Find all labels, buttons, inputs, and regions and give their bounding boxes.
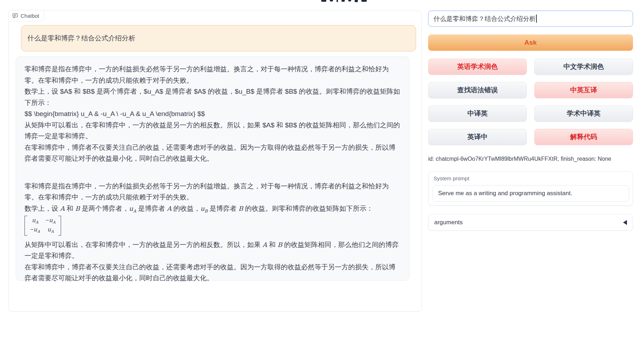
clipped-glyph <box>342 0 345 2</box>
text-run: 是博弈者 <box>136 205 167 212</box>
clipped-glyph <box>348 0 351 1</box>
chatbot-label: Chatbot <box>9 10 44 21</box>
math-var-subscript: uB <box>200 205 207 212</box>
button-find-grammar-errors[interactable]: 查找语法错误 <box>428 82 527 98</box>
text-run: 和 <box>267 241 278 248</box>
text-cursor <box>536 15 537 23</box>
math-var: A <box>60 205 65 212</box>
matrix-cell: uA <box>47 226 54 234</box>
matrix-grid: uA −uA −uA uA <box>27 216 58 236</box>
math-var: A <box>167 205 171 212</box>
bot-paragraph-raw-3: 从矩阵中可以看出，在零和博弈中，一方的收益是另一方的相反数。所以，如果 $A$ … <box>24 120 400 142</box>
clipped-glyph <box>321 0 326 2</box>
math-var-subscript: uA <box>129 205 136 212</box>
collapse-left-triangle-icon <box>623 220 627 225</box>
bot-message-bubble: 零和博弈是指在博弈中，一方的利益损失必然等于另一方的利益增益。换言之，对于每一种… <box>16 56 409 281</box>
bot-paragraph-rendered-1: 零和博弈是指在博弈中，一方的利益损失必然等于另一方的利益增益。换言之，对于每一种… <box>24 181 400 203</box>
arguments-accordion-label: arguments <box>434 219 463 226</box>
speech-bubble-icon <box>12 13 18 18</box>
matrix-left-bracket <box>24 216 27 236</box>
button-chinese-academic-polish[interactable]: 中文学术润色 <box>534 59 633 75</box>
user-message-bubble: 什么是零和博弈？结合公式介绍分析 <box>21 25 416 51</box>
system-prompt-label: System prompt <box>433 175 469 181</box>
bot-paragraph-rendered-4: 在零和博弈中，博弈者不仅要关注自己的收益，还需要考虑对手的收益。因为一方取得的收… <box>24 262 400 284</box>
text-run: 和 <box>65 205 75 212</box>
math-var: A <box>262 241 267 248</box>
matrix-cell: uA <box>32 217 38 225</box>
question-input-value: 什么是零和博弈？结合公式介绍分析 <box>433 15 536 23</box>
response-status-text: id: chatcmpl-6wOo7KrYTwMl89lbrMWRu4UkFFX… <box>428 156 633 162</box>
text-run: 的收益。则零和博弈的收益矩阵如下所示： <box>243 205 373 212</box>
bot-paragraph-raw-2: 数学上，设 $A$ 和 $B$ 是两个博弈者，$u_A$ 是博弈者 $A$ 的收… <box>24 86 400 108</box>
user-message-text: 什么是零和博弈？结合公式介绍分析 <box>27 34 135 43</box>
bot-paragraph-rendered-3: 从矩阵中可以看出，在零和博弈中，一方的收益是另一方的相反数。所以，如果 A 和 … <box>24 239 400 262</box>
button-zh-to-en[interactable]: 中译英 <box>428 105 527 122</box>
math-var: B <box>278 241 282 248</box>
button-explain-code[interactable]: 解释代码 <box>534 129 633 145</box>
bot-latex-source-line: $$ \begin{bmatrix} u_A & -u_A \ -u_A & u… <box>24 108 400 120</box>
arguments-accordion-header[interactable]: arguments <box>428 214 633 231</box>
system-prompt-input[interactable]: Serve me as a writing and programming as… <box>433 185 629 202</box>
button-academic-zh-to-en[interactable]: 学术中译英 <box>534 105 633 122</box>
math-var: B <box>238 205 243 212</box>
ask-button[interactable]: Ask <box>428 34 633 51</box>
math-var: B <box>75 205 80 212</box>
text-run: 是两个博弈者， <box>80 205 129 212</box>
text-run: 数学上，设 <box>24 205 60 212</box>
paragraph-gap <box>24 164 400 181</box>
bot-paragraph-raw-4: 在零和博弈中，博弈者不仅要关注自己的收益，还需要考虑对手的收益。因为一方取得的收… <box>24 142 400 164</box>
clipped-page-title <box>321 0 367 2</box>
button-zh-en-mutual-translate[interactable]: 中英互译 <box>534 82 633 98</box>
text-run: 的收益， <box>171 205 200 212</box>
chatbot-panel: Chatbot 什么是零和博弈？结合公式介绍分析 零和博弈是指在博弈中，一方的利… <box>9 11 422 312</box>
rendered-matrix: uA −uA −uA uA <box>24 216 61 236</box>
matrix-cell: −uA <box>46 217 56 225</box>
text-run: 从矩阵中可以看出，在零和博弈中，一方的收益是另一方的相反数。所以，如果 <box>24 241 262 248</box>
clipped-glyph <box>330 0 333 1</box>
matrix-right-bracket <box>58 216 61 236</box>
button-english-academic-polish[interactable]: 英语学术润色 <box>428 59 527 75</box>
ask-button-label: Ask <box>524 39 537 46</box>
system-prompt-value: Serve me as a writing and programming as… <box>438 190 572 197</box>
bot-paragraph-raw-1: 零和博弈是指在博弈中，一方的利益损失必然等于另一方的利益增益。换言之，对于每一种… <box>24 64 400 86</box>
clipped-glyph <box>337 0 338 2</box>
button-en-to-zh[interactable]: 英译中 <box>428 129 527 145</box>
system-prompt-group: System prompt Serve me as a writing and … <box>428 171 633 206</box>
question-input[interactable]: 什么是零和博弈？结合公式介绍分析 <box>428 11 633 27</box>
text-run: 是博弈者 <box>208 205 239 212</box>
chatbot-label-text: Chatbot <box>21 13 39 19</box>
clipped-glyph <box>355 0 358 2</box>
bot-paragraph-rendered-2: 数学上，设 A 和 B 是两个博弈者，uA 是博弈者 A 的收益，uB 是博弈者… <box>24 203 400 215</box>
clipped-glyph <box>361 0 367 2</box>
matrix-cell: −uA <box>30 226 40 234</box>
